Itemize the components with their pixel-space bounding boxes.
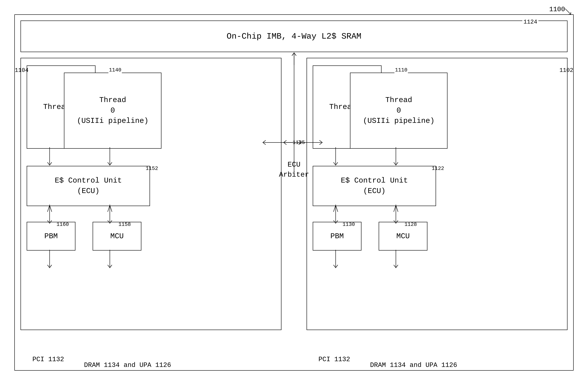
box-1124-label: On-Chip IMB, 4-Way L2$ SRAM [227, 32, 361, 41]
dram-label-left: DRAM 1134 and UPA 1126 [84, 361, 171, 370]
arrows-down-out-right [307, 250, 436, 273]
mcu-box-left: MCU [93, 222, 141, 250]
label-1152: 1152 [146, 166, 158, 171]
mcu-right-label: MCU [396, 232, 410, 241]
thread0-left-label: Thread 0 (USIIi pipeline) [77, 95, 148, 126]
box-1102: Thread 1 1112 Thread 0 (USIIi pipeline) … [307, 58, 567, 330]
dram-label-right: DRAM 1134 and UPA 1126 [370, 361, 457, 370]
diagram-container: 1100 On-Chip IMB, 4-Way L2$ SRAM 1124 Th… [6, 6, 582, 379]
pbm-right-label: PBM [330, 232, 344, 241]
svg-line-0 [565, 9, 571, 14]
pci-label-left: PCI 1132 [32, 355, 64, 364]
label-1128: 1128 [404, 222, 417, 227]
label-1158: 1158 [118, 222, 131, 227]
ecu-left-label: E$ Control Unit (ECU) [55, 176, 122, 196]
pbm-left-label: PBM [44, 232, 58, 241]
label-1104: 1104 [15, 67, 28, 74]
label-1140: 1140 [108, 67, 122, 73]
arrow-right-ecu-arbiter [262, 137, 305, 148]
box-1124: On-Chip IMB, 4-Way L2$ SRAM 1124 [21, 21, 567, 52]
label-1102: 1102 [560, 67, 573, 74]
thread0-box-left: Thread 0 (USIIi pipeline) [64, 73, 161, 149]
mcu-box-right: MCU [379, 222, 427, 250]
mcu-left-label: MCU [110, 232, 124, 241]
pci-label-right: PCI 1132 [318, 355, 350, 364]
label-1110: 1110 [395, 67, 408, 73]
ecu-box-left: E$ Control Unit (ECU) [27, 166, 150, 206]
label-1124: 1124 [522, 19, 538, 25]
label-1160: 1160 [57, 222, 69, 227]
thread0-right-label: Thread 0 (USIIi pipeline) [363, 95, 434, 126]
label-1130: 1130 [342, 222, 355, 227]
ecu-box-right: E$ Control Unit (ECU) [313, 166, 436, 206]
ecu-right-label: E$ Control Unit (ECU) [341, 176, 408, 196]
outer-box-1100: On-Chip IMB, 4-Way L2$ SRAM 1124 Thread … [14, 14, 574, 371]
center-bus-arrow [288, 52, 300, 173]
thread0-box-right: Thread 0 (USIIi pipeline) [350, 73, 447, 149]
label-1122: 1122 [432, 166, 444, 171]
arrows-down-out-left [21, 250, 150, 273]
box-1104: Thread 1 1142 Thread 0 (USIIi pipeline) … [21, 58, 281, 330]
